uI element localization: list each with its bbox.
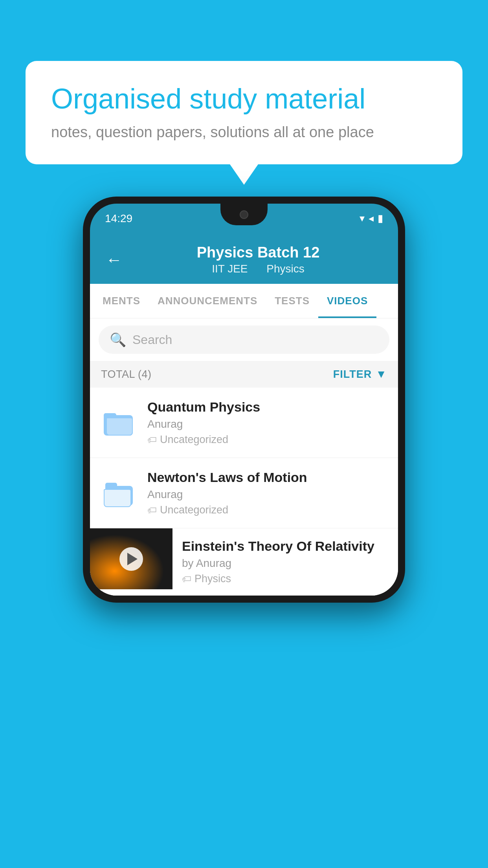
- app-header: ← Physics Batch 12 IIT JEE Physics: [90, 233, 398, 284]
- speech-bubble-subtitle: notes, question papers, solutions all at…: [51, 124, 437, 141]
- video-icon-box: [101, 475, 136, 511]
- back-button[interactable]: ←: [106, 252, 122, 268]
- filter-button[interactable]: FILTER ▼: [333, 368, 387, 381]
- tab-announcements[interactable]: ANNOUNCEMENTS: [149, 284, 266, 318]
- video-title: Newton's Laws of Motion: [147, 470, 387, 485]
- status-icons: ▾ ◂ ▮: [360, 212, 383, 224]
- video-info: Quantum Physics Anurag 🏷 Uncategorized: [147, 399, 387, 446]
- total-count-label: TOTAL (4): [101, 368, 152, 381]
- video-thumbnail: [90, 528, 172, 589]
- folder-icon: [104, 410, 134, 436]
- search-bar[interactable]: 🔍 Search: [99, 326, 389, 354]
- play-button[interactable]: [119, 547, 143, 571]
- search-icon: 🔍: [110, 332, 126, 348]
- header-title-block: Physics Batch 12 IIT JEE Physics: [134, 244, 382, 275]
- phone-notch: [220, 204, 268, 225]
- battery-icon: ▮: [378, 212, 383, 224]
- filter-label: FILTER: [333, 368, 372, 381]
- header-subtitle: IIT JEE Physics: [134, 263, 382, 275]
- tab-tests[interactable]: TESTS: [266, 284, 318, 318]
- list-item[interactable]: Quantum Physics Anurag 🏷 Uncategorized: [90, 388, 398, 458]
- subtitle-iitjee: IIT JEE: [212, 263, 248, 275]
- video-info: Newton's Laws of Motion Anurag 🏷 Uncateg…: [147, 470, 387, 516]
- tab-ments[interactable]: MENTS: [94, 284, 149, 318]
- tab-videos[interactable]: VIDEOS: [318, 284, 376, 318]
- video-title: Einstein's Theory Of Relativity: [182, 539, 389, 554]
- subtitle-physics: Physics: [266, 263, 304, 275]
- signal-icon: ◂: [369, 212, 374, 224]
- filter-icon: ▼: [376, 368, 387, 381]
- list-item[interactable]: Newton's Laws of Motion Anurag 🏷 Uncateg…: [90, 458, 398, 528]
- video-tag: 🏷 Uncategorized: [147, 434, 387, 446]
- video-icon-box: [101, 405, 136, 440]
- video-tag: 🏷 Physics: [182, 573, 389, 585]
- video-info: Einstein's Theory Of Relativity by Anura…: [172, 528, 398, 595]
- tag-label: Uncategorized: [160, 434, 228, 446]
- video-author: Anurag: [147, 488, 387, 501]
- tag-label: Physics: [194, 573, 231, 585]
- search-placeholder: Search: [132, 333, 172, 347]
- list-item[interactable]: Einstein's Theory Of Relativity by Anura…: [90, 528, 398, 596]
- video-author: Anurag: [147, 418, 387, 430]
- status-bar: 14:29 ▾ ◂ ▮: [90, 204, 398, 233]
- tag-icon: 🏷: [147, 505, 157, 516]
- phone-device: 14:29 ▾ ◂ ▮ ← Physics Batch 12 IIT JEE: [83, 197, 405, 603]
- speech-bubble-title: Organised study material: [51, 83, 437, 115]
- tag-icon: 🏷: [182, 574, 191, 585]
- total-filter-bar: TOTAL (4) FILTER ▼: [90, 361, 398, 388]
- speech-bubble: Organised study material notes, question…: [26, 61, 462, 164]
- page-title: Physics Batch 12: [134, 244, 382, 261]
- play-icon: [127, 553, 138, 565]
- search-container: 🔍 Search: [90, 318, 398, 361]
- tabs-bar: MENTS ANNOUNCEMENTS TESTS VIDEOS: [90, 284, 398, 318]
- video-author: by Anurag: [182, 557, 389, 570]
- tag-label: Uncategorized: [160, 504, 228, 516]
- wifi-icon: ▾: [360, 212, 365, 224]
- front-camera: [240, 210, 248, 219]
- video-tag: 🏷 Uncategorized: [147, 504, 387, 516]
- phone-outer: 14:29 ▾ ◂ ▮ ← Physics Batch 12 IIT JEE: [83, 197, 405, 603]
- phone-screen: ← Physics Batch 12 IIT JEE Physics MENTS…: [90, 233, 398, 596]
- tag-icon: 🏷: [147, 434, 157, 445]
- folder-icon: [104, 479, 134, 507]
- status-time: 14:29: [105, 212, 132, 225]
- video-title: Quantum Physics: [147, 399, 387, 415]
